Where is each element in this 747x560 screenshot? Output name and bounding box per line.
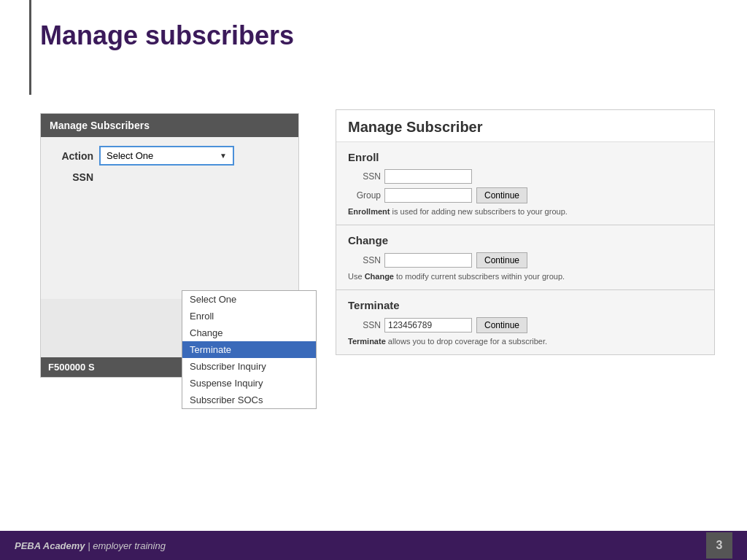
right-panel-title: Manage Subscriber xyxy=(336,110,714,142)
page-title: Manage subscribers xyxy=(40,20,294,51)
terminate-ssn-label: SSN xyxy=(348,320,381,330)
terminate-desc-bold: Terminate xyxy=(348,337,386,346)
ssn-label: SSN xyxy=(50,171,93,183)
change-desc: Use Change to modify current subscribers… xyxy=(348,272,703,281)
terminate-desc-text: allows you to drop coverage for a subscr… xyxy=(386,337,547,346)
dropdown-item-select-one[interactable]: Select One xyxy=(182,291,316,308)
dropdown-item-suspense-inquiry[interactable]: Suspense Inquiry xyxy=(182,375,316,392)
enroll-group-label: Group xyxy=(348,190,381,201)
change-title: Change xyxy=(348,234,703,246)
left-panel-body: Action Select One ▼ SSN Select One Enrol… xyxy=(41,137,298,299)
terminate-section: Terminate SSN Continue Terminate allows … xyxy=(336,290,714,354)
change-desc-bold: Change xyxy=(365,272,394,281)
terminate-continue-button[interactable]: Continue xyxy=(476,317,527,333)
left-screenshot-panel: Manage Subscribers Action Select One ▼ S… xyxy=(40,113,299,378)
enroll-continue-button[interactable]: Continue xyxy=(476,187,527,203)
enroll-title: Enroll xyxy=(348,151,703,163)
change-desc-text: to modify current subscribers within you… xyxy=(394,272,565,281)
footer-brand: PEBA Academy xyxy=(15,540,85,551)
change-ssn-label: SSN xyxy=(348,255,381,265)
dropdown-item-enroll[interactable]: Enroll xyxy=(182,308,316,324)
change-desc-prefix: Use xyxy=(348,272,365,281)
ssn-row: SSN xyxy=(50,171,290,183)
enroll-desc-bold: Enrollment xyxy=(348,207,390,216)
left-panel-header: Manage Subscribers xyxy=(41,114,298,137)
dropdown-menu[interactable]: Select One Enroll Change Terminate Subsc… xyxy=(182,290,317,409)
terminate-desc: Terminate allows you to drop coverage fo… xyxy=(348,337,703,346)
footer: PEBA Academy | employer training 3 xyxy=(0,531,747,560)
dropdown-item-subscriber-socs[interactable]: Subscriber SOCs xyxy=(182,392,316,408)
footer-text: PEBA Academy | employer training xyxy=(15,540,166,551)
footer-tagline: | employer training xyxy=(85,540,166,551)
dropdown-item-subscriber-inquiry[interactable]: Subscriber Inquiry xyxy=(182,358,316,375)
enroll-ssn-label: SSN xyxy=(348,171,381,182)
enroll-section: Enroll SSN Group Continue Enrollment is … xyxy=(336,142,714,225)
terminate-ssn-input[interactable] xyxy=(384,318,472,332)
right-panel: Manage Subscriber Enroll SSN Group Conti… xyxy=(336,109,715,355)
enroll-ssn-row: SSN xyxy=(348,169,703,184)
terminate-title: Terminate xyxy=(348,299,703,311)
select-value: Select One xyxy=(107,150,153,161)
change-section: Change SSN Continue Use Change to modify… xyxy=(336,225,714,290)
dropdown-item-change[interactable]: Change xyxy=(182,324,316,341)
enroll-group-input[interactable] xyxy=(384,188,472,203)
dropdown-arrow-icon: ▼ xyxy=(220,152,227,160)
action-select[interactable]: Select One ▼ xyxy=(99,146,234,166)
action-row: Action Select One ▼ xyxy=(50,146,290,166)
enroll-ssn-input[interactable] xyxy=(384,169,472,184)
enroll-desc-text: is used for adding new subscribers to yo… xyxy=(390,207,567,216)
action-label: Action xyxy=(50,150,93,162)
enroll-desc: Enrollment is used for adding new subscr… xyxy=(348,207,703,216)
change-continue-button[interactable]: Continue xyxy=(476,252,527,268)
terminate-ssn-row: SSN Continue xyxy=(348,317,703,333)
footer-page-number: 3 xyxy=(706,532,732,559)
change-ssn-input[interactable] xyxy=(384,253,472,268)
change-ssn-row: SSN Continue xyxy=(348,252,703,268)
enroll-group-row: Group Continue xyxy=(348,187,703,203)
accent-bar xyxy=(29,0,31,95)
dropdown-item-terminate[interactable]: Terminate xyxy=(182,341,316,358)
